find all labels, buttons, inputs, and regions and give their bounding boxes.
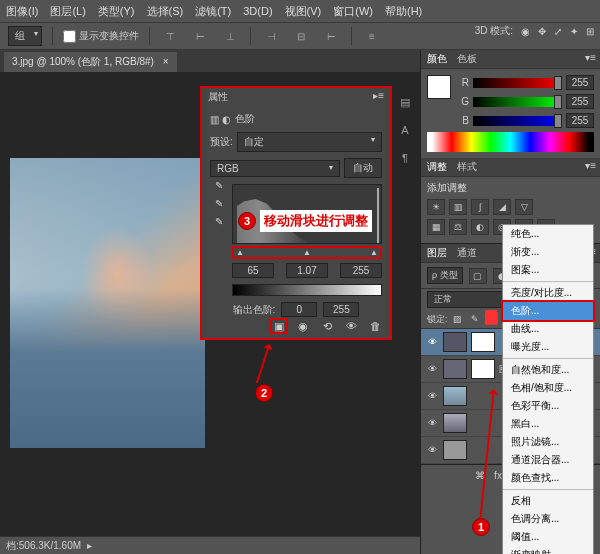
reset-icon[interactable]: ⟲ — [318, 318, 336, 334]
paragraph-icon[interactable]: ¶ — [395, 148, 415, 168]
preset-select[interactable]: 自定 — [237, 132, 382, 152]
show-transform-checkbox[interactable]: 显示变换控件 — [63, 29, 139, 43]
lock-pixels-icon[interactable]: ✎ — [468, 312, 482, 326]
chevron-right-icon[interactable]: ▸ — [87, 540, 92, 551]
clip-to-layer-icon[interactable]: ▣ — [270, 318, 288, 334]
menu-item[interactable]: 黑白... — [503, 415, 593, 433]
menu-item[interactable]: 图案... — [503, 261, 593, 279]
menu-item[interactable]: 曲线... — [503, 320, 593, 338]
align-bottom-icon[interactable]: ⊥ — [220, 26, 240, 46]
visibility-icon[interactable]: 👁 — [425, 391, 439, 401]
dolly-icon[interactable]: ⤢ — [554, 26, 562, 37]
fg-bg-swatch[interactable] — [427, 75, 451, 126]
orbit-icon[interactable]: ◉ — [521, 26, 530, 37]
menu-image[interactable]: 图像(I) — [6, 4, 38, 19]
input-black-field[interactable]: 65 — [232, 263, 274, 278]
menu-type[interactable]: 类型(Y) — [98, 4, 135, 19]
layer-thumbnail[interactable] — [443, 332, 467, 352]
output-white-field[interactable]: 255 — [323, 302, 359, 317]
align-left-icon[interactable]: ⊣ — [261, 26, 281, 46]
gamma-slider[interactable]: ▲ — [303, 248, 311, 257]
b-slider[interactable] — [473, 116, 562, 126]
properties-tab[interactable]: 属性 — [208, 90, 228, 104]
color-spectrum[interactable] — [427, 132, 594, 152]
visibility-icon[interactable]: 👁 — [425, 418, 439, 428]
input-sliders[interactable]: ▲ ▲ ▲ — [232, 246, 382, 259]
visibility-icon[interactable]: 👁 — [425, 337, 439, 347]
levels-icon[interactable]: ▥ — [449, 199, 467, 215]
align-top-icon[interactable]: ⊤ — [160, 26, 180, 46]
flyout-icon[interactable]: ▸≡ — [373, 90, 384, 104]
vibrance-icon[interactable]: ▽ — [515, 199, 533, 215]
visibility-icon[interactable]: 👁 — [425, 364, 439, 374]
hue-sat-icon[interactable]: ▦ — [427, 219, 445, 235]
menu-item[interactable]: 渐变映射... — [503, 546, 593, 554]
delete-adjustment-icon[interactable]: 🗑 — [366, 318, 384, 334]
menu-item[interactable]: 亮度/对比度... — [503, 284, 593, 302]
eyedropper-black-icon[interactable]: ✎ — [212, 178, 226, 192]
b-value[interactable]: 255 — [566, 113, 594, 128]
r-value[interactable]: 255 — [566, 75, 594, 90]
distribute-icon[interactable]: ≡ — [362, 26, 382, 46]
menu-layer[interactable]: 图层(L) — [50, 4, 85, 19]
r-slider[interactable] — [473, 78, 562, 88]
filter-pixel-icon[interactable]: ▢ — [469, 268, 487, 284]
menu-item[interactable]: 自然饱和度... — [503, 361, 593, 379]
menu-item[interactable]: 阈值... — [503, 528, 593, 546]
layer-thumbnail[interactable] — [443, 440, 467, 460]
align-right-icon[interactable]: ⊢ — [321, 26, 341, 46]
character-icon[interactable]: A — [395, 120, 415, 140]
layers-tab[interactable]: 图层 — [427, 246, 447, 260]
color-balance-icon[interactable]: ⚖ — [449, 219, 467, 235]
close-icon[interactable]: × — [163, 56, 169, 67]
menu-view[interactable]: 视图(V) — [285, 4, 322, 19]
channel-select[interactable]: RGB — [210, 160, 340, 177]
menu-3d[interactable]: 3D(D) — [243, 5, 272, 17]
white-slider[interactable]: ▲ — [370, 248, 378, 257]
menu-item[interactable]: 通道混合器... — [503, 451, 593, 469]
auto-button[interactable]: 自动 — [344, 158, 382, 178]
styles-tab[interactable]: 样式 — [457, 160, 477, 174]
group-select[interactable]: 组 — [8, 26, 42, 46]
black-slider[interactable]: ▲ — [236, 248, 244, 257]
g-value[interactable]: 255 — [566, 94, 594, 109]
adjustments-tab[interactable]: 调整 — [427, 160, 447, 174]
menu-window[interactable]: 窗口(W) — [333, 4, 373, 19]
eyedropper-white-icon[interactable]: ✎ — [212, 214, 226, 228]
toggle-visibility-icon[interactable]: 👁 — [342, 318, 360, 334]
menu-item[interactable]: 色调分离... — [503, 510, 593, 528]
menu-filter[interactable]: 滤镜(T) — [195, 4, 231, 19]
slide-icon[interactable]: ⊞ — [586, 26, 594, 37]
menu-select[interactable]: 选择(S) — [147, 4, 184, 19]
lock-position-icon[interactable]: ✥ — [485, 312, 499, 326]
menu-item[interactable]: 色相/饱和度... — [503, 379, 593, 397]
eyedropper-gray-icon[interactable]: ✎ — [212, 196, 226, 210]
swatches-tab[interactable]: 色板 — [457, 52, 477, 66]
layer-thumbnail[interactable] — [443, 413, 467, 433]
input-gamma-field[interactable]: 1.07 — [286, 263, 328, 278]
layer-thumbnail[interactable] — [443, 359, 467, 379]
image-canvas[interactable] — [10, 158, 205, 448]
layer-mask[interactable] — [471, 332, 495, 352]
light-icon[interactable]: ✦ — [570, 26, 578, 37]
menu-item[interactable]: 纯色... — [503, 225, 593, 243]
visibility-icon[interactable]: 👁 — [425, 445, 439, 455]
document-tab[interactable]: 3.jpg @ 100% (色阶 1, RGB/8#) × — [4, 52, 177, 72]
show-transform-input[interactable] — [63, 30, 76, 43]
panel-menu-icon[interactable]: ▾≡ — [585, 160, 596, 171]
output-gradient[interactable] — [232, 284, 382, 296]
view-previous-icon[interactable]: ◉ — [294, 318, 312, 334]
menu-item[interactable]: 曝光度... — [503, 338, 593, 356]
channels-tab[interactable]: 通道 — [457, 246, 477, 260]
menu-item[interactable]: 照片滤镜... — [503, 433, 593, 451]
exposure-icon[interactable]: ◢ — [493, 199, 511, 215]
menu-item[interactable]: 颜色查找... — [503, 469, 593, 487]
curves-icon[interactable]: ∫ — [471, 199, 489, 215]
layer-mask[interactable] — [471, 359, 495, 379]
lock-transparent-icon[interactable]: ▨ — [451, 312, 465, 326]
menu-item-levels[interactable]: 色阶... — [503, 302, 593, 320]
align-center-icon[interactable]: ⊟ — [291, 26, 311, 46]
g-slider[interactable] — [473, 97, 562, 107]
input-white-field[interactable]: 255 — [340, 263, 382, 278]
layer-filter-select[interactable]: ρ 类型 — [427, 267, 463, 284]
